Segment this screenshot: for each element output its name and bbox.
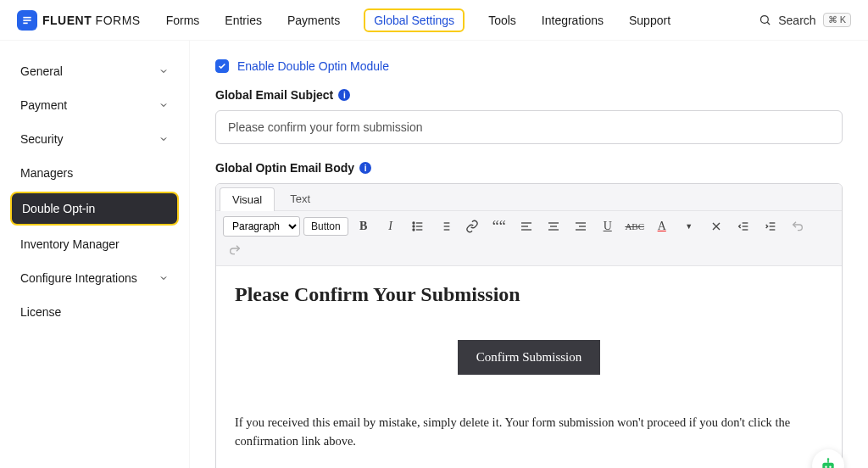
email-paragraph: If you received this email by mistake, s… bbox=[235, 414, 823, 451]
link-icon[interactable] bbox=[460, 216, 484, 237]
sidebar-item-double-optin[interactable]: Double Opt-in bbox=[10, 192, 179, 226]
outdent-icon[interactable] bbox=[732, 216, 755, 237]
bullet-list-icon[interactable] bbox=[406, 216, 430, 237]
subject-field-label: Global Email Subject i bbox=[215, 88, 843, 102]
sidebar-item-label: General bbox=[20, 64, 63, 78]
search-shortcut: ⌘ K bbox=[823, 13, 851, 27]
top-nav: FLUENT FORMS Forms Entries Payments Glob… bbox=[0, 0, 868, 41]
sidebar-item-label: Managers bbox=[20, 166, 73, 180]
nav-support[interactable]: Support bbox=[627, 10, 672, 31]
confirm-submission-button[interactable]: Confirm Submission bbox=[458, 340, 601, 375]
nav-global-settings[interactable]: Global Settings bbox=[364, 8, 465, 32]
sidebar-item-label: License bbox=[20, 305, 61, 319]
bold-icon[interactable]: B bbox=[352, 216, 376, 237]
editor-toolbar: Paragraph Button B I ““ U ABC A ▼ bbox=[216, 211, 842, 266]
chevron-down-icon bbox=[159, 273, 169, 283]
sidebar-item-inventory[interactable]: Inventory Manager bbox=[10, 229, 179, 259]
enable-double-optin-checkbox[interactable] bbox=[215, 59, 229, 73]
italic-icon[interactable]: I bbox=[379, 216, 403, 237]
sidebar-item-label: Security bbox=[20, 132, 64, 146]
sidebar-item-configure-integrations[interactable]: Configure Integrations bbox=[10, 263, 179, 293]
nav-forms[interactable]: Forms bbox=[164, 10, 202, 31]
brand-badge bbox=[17, 10, 37, 31]
sidebar-item-label: Configure Integrations bbox=[20, 271, 137, 285]
nav-entries[interactable]: Entries bbox=[223, 10, 264, 31]
chevron-down-icon bbox=[159, 100, 169, 110]
editor-tabs: Visual Text bbox=[216, 184, 842, 211]
text-color-dropdown-icon[interactable]: ▼ bbox=[677, 216, 701, 237]
settings-content: Enable Double Optin Module Global Email … bbox=[190, 41, 868, 468]
underline-icon[interactable]: U bbox=[596, 216, 620, 237]
search-label: Search bbox=[778, 14, 815, 27]
enable-double-optin-label[interactable]: Enable Double Optin Module bbox=[237, 59, 389, 73]
numbered-list-icon[interactable] bbox=[433, 216, 457, 237]
blockquote-icon[interactable]: ““ bbox=[487, 216, 511, 237]
nav-payments[interactable]: Payments bbox=[286, 10, 342, 31]
tab-visual[interactable]: Visual bbox=[220, 187, 275, 211]
align-right-icon[interactable] bbox=[569, 216, 593, 237]
sidebar-item-label: Payment bbox=[20, 98, 67, 112]
sidebar-item-managers[interactable]: Managers bbox=[10, 158, 179, 188]
sidebar-item-payment[interactable]: Payment bbox=[10, 90, 179, 120]
svg-point-30 bbox=[825, 465, 827, 468]
info-icon[interactable]: i bbox=[338, 89, 350, 101]
body-field-label: Global Optin Email Body i bbox=[215, 161, 843, 175]
svg-rect-29 bbox=[822, 462, 833, 468]
rich-text-editor: Visual Text Paragraph Button B I ““ U AB… bbox=[215, 183, 843, 468]
svg-line-4 bbox=[768, 22, 771, 25]
nav-items: Forms Entries Payments Global Settings T… bbox=[164, 8, 672, 32]
editor-body[interactable]: Please Confirm Your Submission Confirm S… bbox=[216, 266, 842, 463]
undo-icon[interactable] bbox=[786, 216, 810, 237]
subject-input[interactable] bbox=[215, 110, 843, 144]
nav-tools[interactable]: Tools bbox=[487, 10, 518, 31]
clear-format-icon[interactable] bbox=[704, 216, 728, 237]
align-center-icon[interactable] bbox=[542, 216, 565, 237]
align-left-icon[interactable] bbox=[515, 216, 538, 237]
strikethrough-icon[interactable]: ABC bbox=[623, 216, 647, 237]
svg-point-8 bbox=[413, 222, 415, 224]
svg-point-33 bbox=[827, 458, 830, 460]
brand-logo[interactable]: FLUENT FORMS bbox=[17, 10, 141, 31]
settings-sidebar: General Payment Security Managers Double… bbox=[0, 41, 190, 468]
sidebar-item-general[interactable]: General bbox=[10, 56, 179, 86]
info-icon[interactable]: i bbox=[359, 162, 371, 174]
text-color-icon[interactable]: A bbox=[650, 216, 674, 237]
svg-point-3 bbox=[761, 16, 769, 24]
format-select[interactable]: Paragraph bbox=[223, 216, 300, 237]
sidebar-item-license[interactable]: License bbox=[10, 297, 179, 327]
nav-integrations[interactable]: Integrations bbox=[540, 10, 605, 31]
redo-icon[interactable] bbox=[223, 240, 247, 260]
svg-point-9 bbox=[413, 226, 415, 227]
global-search[interactable]: Search ⌘ K bbox=[759, 13, 851, 27]
sidebar-item-label: Inventory Manager bbox=[20, 237, 120, 251]
tab-text[interactable]: Text bbox=[278, 187, 322, 210]
brand-text: FLUENT FORMS bbox=[42, 14, 141, 27]
insert-button[interactable]: Button bbox=[303, 217, 348, 236]
indent-icon[interactable] bbox=[759, 216, 782, 237]
sidebar-item-label: Double Opt-in bbox=[22, 202, 95, 215]
resize-handle-icon[interactable] bbox=[216, 463, 842, 469]
email-heading: Please Confirm Your Submission bbox=[235, 283, 823, 306]
sidebar-item-security[interactable]: Security bbox=[10, 124, 179, 154]
search-icon bbox=[759, 14, 771, 26]
chevron-down-icon bbox=[159, 66, 169, 76]
svg-point-10 bbox=[413, 229, 415, 231]
chevron-down-icon bbox=[159, 134, 169, 144]
svg-point-31 bbox=[829, 465, 832, 468]
